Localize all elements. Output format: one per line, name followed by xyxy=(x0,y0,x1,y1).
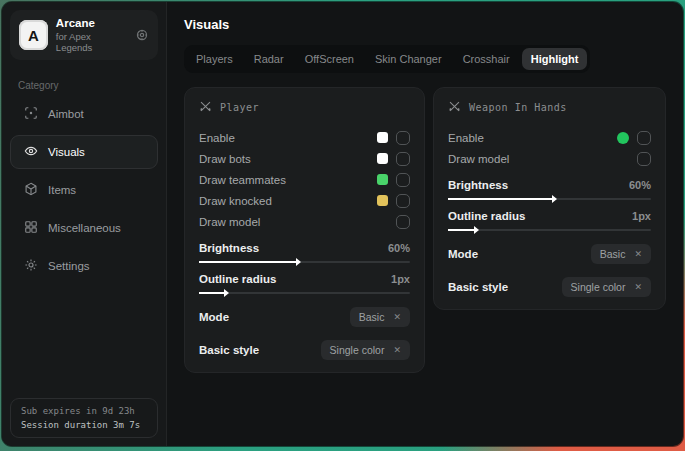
color-swatch[interactable] xyxy=(377,132,388,143)
toggle-row-draw-bots: Draw bots xyxy=(199,148,410,169)
checkbox-draw-knocked[interactable] xyxy=(396,194,410,208)
chip-value: Single color xyxy=(571,281,626,293)
mode-chip[interactable]: Basic ✕ xyxy=(591,244,651,264)
basic-style-chip[interactable]: Single color ✕ xyxy=(321,340,410,360)
sidebar-item-label: Aimbot xyxy=(48,108,84,120)
toggle-row-enable: Enable xyxy=(448,127,651,148)
tab-players[interactable]: Players xyxy=(187,48,242,70)
checkbox-draw-model[interactable] xyxy=(637,152,651,166)
brightness-slider[interactable] xyxy=(448,198,651,200)
basic-style-select-row: Basic style Single color ✕ xyxy=(448,277,651,297)
chip-value: Basic xyxy=(600,248,626,260)
outline-radius-slider[interactable] xyxy=(448,229,651,231)
tab-skin-changer[interactable]: Skin Changer xyxy=(366,48,451,70)
outline-radius-slider-group: Outline radius 1px xyxy=(199,273,410,294)
tab-crosshair[interactable]: Crosshair xyxy=(454,48,519,70)
slider-fill[interactable] xyxy=(199,292,224,294)
sidebar-item-visuals[interactable]: Visuals xyxy=(10,135,158,169)
category-label: Category xyxy=(18,80,166,91)
tab-highlight[interactable]: Highlight xyxy=(522,48,588,70)
remove-icon[interactable]: ✕ xyxy=(393,345,401,355)
slider-value: 60% xyxy=(629,179,651,191)
eye-icon xyxy=(24,144,38,160)
sidebar-nav: Aimbot Visuals Items xyxy=(2,97,166,283)
sidebar-item-miscellaneous[interactable]: Miscellaneous xyxy=(10,211,158,245)
brightness-slider-group: Brightness 60% xyxy=(448,179,651,200)
mode-chip[interactable]: Basic ✕ xyxy=(350,307,410,327)
brightness-slider-group: Brightness 60% xyxy=(199,242,410,263)
tab-radar[interactable]: Radar xyxy=(245,48,293,70)
slider-label: Brightness xyxy=(448,179,508,191)
slider-fill[interactable] xyxy=(448,198,552,200)
app-subtitle: for Apex Legends xyxy=(56,31,127,53)
toggle-label: Draw model xyxy=(448,153,637,165)
color-swatch[interactable] xyxy=(377,153,388,164)
sidebar-item-settings[interactable]: Settings xyxy=(10,249,158,283)
checkbox-enable[interactable] xyxy=(637,131,651,145)
main-content: Visuals Players Radar OffScreen Skin Cha… xyxy=(167,2,683,446)
weapon-panel-header: Weapon In Hands xyxy=(448,100,651,115)
sidebar-item-label: Settings xyxy=(48,260,90,272)
gear-icon xyxy=(24,258,38,274)
slider-label: Brightness xyxy=(199,242,259,254)
toggle-row-draw-teammates: Draw teammates xyxy=(199,169,410,190)
remove-icon[interactable]: ✕ xyxy=(634,249,642,259)
panel-title: Player xyxy=(220,102,259,113)
weapon-in-hands-panel: Weapon In Hands Enable Draw model xyxy=(433,87,666,310)
chip-value: Single color xyxy=(330,344,385,356)
slider-label: Outline radius xyxy=(199,273,276,285)
mode-select-row: Mode Basic ✕ xyxy=(199,307,410,327)
basic-style-chip[interactable]: Single color ✕ xyxy=(562,277,651,297)
slider-fill[interactable] xyxy=(199,261,296,263)
crossed-swords-icon xyxy=(448,100,461,115)
select-label: Mode xyxy=(199,311,229,323)
sidebar-item-items[interactable]: Items xyxy=(10,173,158,207)
panel-title: Weapon In Hands xyxy=(469,102,567,113)
toggle-row-enable: Enable xyxy=(199,127,410,148)
toggle-row-draw-model: Draw model xyxy=(199,211,410,232)
toggle-row-draw-model: Draw model xyxy=(448,148,651,169)
sidebar: A Arcane for Apex Legends Category xyxy=(2,2,167,446)
session-duration-text: Session duration 3m 7s xyxy=(21,420,147,430)
app-window: A Arcane for Apex Legends Category xyxy=(2,2,683,446)
app-name: Arcane xyxy=(56,17,127,29)
slider-value: 60% xyxy=(388,242,410,254)
color-swatch[interactable] xyxy=(377,195,388,206)
color-swatch[interactable] xyxy=(377,174,388,185)
select-label: Mode xyxy=(448,248,478,260)
outline-radius-slider-group: Outline radius 1px xyxy=(448,210,651,231)
toggle-label: Draw knocked xyxy=(199,195,377,207)
basic-style-select-row: Basic style Single color ✕ xyxy=(199,340,410,360)
slider-fill[interactable] xyxy=(448,229,474,231)
player-panel: Player Enable Draw bots xyxy=(184,87,425,373)
chip-value: Basic xyxy=(359,311,385,323)
select-label: Basic style xyxy=(199,344,259,356)
checkbox-draw-teammates[interactable] xyxy=(396,173,410,187)
color-swatch[interactable] xyxy=(617,132,629,144)
toggle-label: Enable xyxy=(199,132,377,144)
remove-icon[interactable]: ✕ xyxy=(634,282,642,292)
crossed-swords-icon xyxy=(199,100,212,115)
page-title: Visuals xyxy=(184,17,666,32)
app-logo: A xyxy=(19,20,48,50)
subscription-info: Sub expires in 9d 23h Session duration 3… xyxy=(10,398,158,438)
support-icon[interactable] xyxy=(135,28,149,42)
brightness-slider[interactable] xyxy=(199,261,410,263)
outline-radius-slider[interactable] xyxy=(199,292,410,294)
tab-offscreen[interactable]: OffScreen xyxy=(296,48,363,70)
checkbox-draw-model[interactable] xyxy=(396,215,410,229)
mode-select-row: Mode Basic ✕ xyxy=(448,244,651,264)
remove-icon[interactable]: ✕ xyxy=(393,312,401,322)
toggle-label: Draw model xyxy=(199,216,396,228)
slider-value: 1px xyxy=(632,210,651,222)
checkbox-draw-bots[interactable] xyxy=(396,152,410,166)
checkbox-enable[interactable] xyxy=(396,131,410,145)
player-panel-header: Player xyxy=(199,100,410,115)
crosshair-icon xyxy=(24,106,38,122)
sidebar-item-aimbot[interactable]: Aimbot xyxy=(10,97,158,131)
slider-value: 1px xyxy=(391,273,410,285)
package-icon xyxy=(24,182,38,198)
toggle-row-draw-knocked: Draw knocked xyxy=(199,190,410,211)
sub-expiry-text: Sub expires in 9d 23h xyxy=(21,406,147,416)
toggle-label: Draw teammates xyxy=(199,174,377,186)
